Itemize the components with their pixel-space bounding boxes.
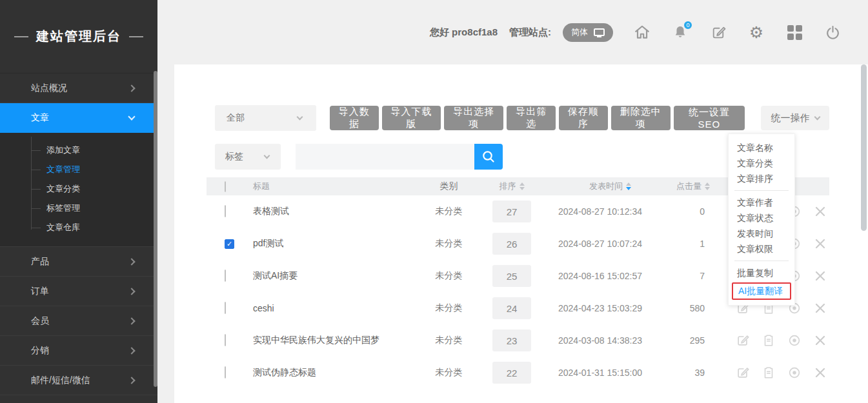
menu-item-article-name[interactable]: 文章名称	[729, 140, 794, 155]
search-button[interactable]	[474, 144, 503, 170]
unified-action-menu: 文章名称 文章分类 文章排序 文章作者 文章状态 发表时间 文章权限 批量复制 …	[728, 133, 795, 306]
sidebar-item-product[interactable]: 产品	[0, 247, 157, 277]
sort-asc-icon[interactable]	[520, 182, 525, 186]
article-category: 未分类	[418, 367, 479, 378]
logout-power-icon[interactable]	[824, 24, 841, 41]
menu-item-article-category[interactable]: 文章分类	[729, 155, 794, 171]
menu-item-ai-batch-translate[interactable]: AI批量翻译	[737, 285, 790, 297]
view-eye-icon[interactable]	[787, 366, 802, 380]
select-all-checkbox[interactable]	[225, 181, 226, 192]
order-value[interactable]: 27	[492, 201, 531, 222]
notifications-bell-icon[interactable]: 0	[672, 24, 689, 41]
order-value[interactable]: 26	[492, 233, 531, 255]
sidebar-item-order[interactable]: 订单	[0, 277, 157, 306]
sort-asc-icon[interactable]	[705, 182, 710, 186]
sort-order-control[interactable]	[520, 182, 525, 190]
settings-gear-icon[interactable]: ⚙	[748, 24, 765, 41]
publish-time: 2024-08-16 15:02:57	[544, 271, 676, 281]
import-data-button[interactable]: 导入数据	[330, 106, 379, 130]
copy-icon[interactable]	[762, 366, 776, 380]
article-title[interactable]: ceshi	[237, 303, 418, 313]
sort-publish-time-control[interactable]	[626, 182, 631, 190]
click-count: 580	[676, 303, 736, 313]
export-selected-button[interactable]: 导出选择项	[444, 106, 503, 130]
delete-x-icon[interactable]	[813, 301, 827, 315]
import-download-button[interactable]: 导入下载版	[382, 106, 441, 130]
publish-time: 2024-01-31 15:15:00	[544, 368, 676, 378]
publish-time: 2024-03-08 14:38:23	[544, 335, 676, 346]
row-checkbox-checked[interactable]: ✓	[225, 239, 234, 249]
article-title[interactable]: 表格测试	[237, 206, 418, 217]
sidebar-item-member[interactable]: 会员	[0, 306, 157, 336]
save-order-button[interactable]: 保存顺序	[559, 106, 608, 130]
row-checkbox[interactable]	[225, 205, 226, 217]
article-title[interactable]: pdf测试	[237, 238, 418, 250]
sidebar: 建站管理后台 站点概况 文章 添加文章 文章管理 文章分类 标签管理 文章仓库 …	[0, 0, 157, 403]
header-publish-time: 发表时间	[589, 181, 623, 192]
main-scrollbar[interactable]	[861, 64, 867, 231]
row-checkbox[interactable]	[225, 302, 226, 314]
edit-icon[interactable]	[710, 24, 727, 41]
menu-item-article-permission[interactable]: 文章权限	[729, 241, 794, 257]
row-checkbox[interactable]	[225, 366, 226, 378]
delete-x-icon[interactable]	[813, 333, 827, 348]
delete-selected-button[interactable]: 删除选中项	[611, 106, 671, 130]
article-title[interactable]: 测试AI摘要	[237, 270, 418, 282]
export-filtered-button[interactable]: 导出筛选	[507, 106, 556, 130]
sidebar-item-overview[interactable]: 站点概况	[0, 74, 157, 103]
click-count: 7	[676, 271, 736, 281]
sidebar-item-messaging[interactable]: 邮件/短信/微信	[0, 366, 157, 395]
logo-dash-left	[14, 36, 28, 37]
menu-item-article-order[interactable]: 文章排序	[729, 171, 794, 186]
unified-action-dropdown[interactable]: 统一操作	[761, 106, 829, 130]
submenu-item-article-category[interactable]: 文章分类	[0, 179, 157, 199]
delete-x-icon[interactable]	[813, 204, 827, 219]
chevron-down-icon	[814, 113, 820, 120]
highlight-box: AI批量翻译	[732, 282, 791, 300]
delete-x-icon[interactable]	[813, 269, 827, 283]
submenu-item-article-warehouse[interactable]: 文章仓库	[0, 218, 157, 237]
menu-item-publish-time[interactable]: 发表时间	[729, 226, 794, 241]
order-value[interactable]: 23	[492, 329, 531, 351]
article-title[interactable]: 实现中华民族伟大复兴的中国梦	[237, 335, 418, 346]
sidebar-item-label: 邮件/短信/微信	[31, 375, 90, 386]
delete-x-icon[interactable]	[813, 237, 827, 251]
submenu-item-add-article[interactable]: 添加文章	[0, 141, 157, 160]
home-icon[interactable]	[634, 24, 651, 41]
header-clicks: 点击量	[676, 181, 701, 192]
view-eye-icon[interactable]	[787, 333, 802, 348]
row-checkbox[interactable]	[225, 270, 226, 282]
category-filter-select[interactable]: 全部	[215, 105, 316, 131]
row-checkbox[interactable]	[225, 334, 226, 346]
tag-filter-select[interactable]: 标签	[215, 144, 281, 170]
article-title[interactable]: 测试伪静态标题	[237, 367, 418, 378]
order-value[interactable]: 22	[492, 362, 531, 384]
order-value[interactable]: 25	[492, 265, 531, 287]
header-category: 类别	[418, 181, 479, 192]
delete-x-icon[interactable]	[813, 366, 827, 380]
menu-item-article-status[interactable]: 文章状态	[729, 210, 794, 226]
language-toggle[interactable]: 简体	[563, 23, 613, 42]
order-value[interactable]: 24	[492, 297, 531, 319]
sort-asc-icon[interactable]	[626, 182, 631, 186]
sort-desc-icon[interactable]	[520, 187, 525, 190]
logo-dash-right	[129, 36, 143, 37]
menu-item-batch-copy[interactable]: 批量复制	[729, 265, 794, 280]
edit-icon[interactable]	[736, 333, 750, 348]
sidebar-item-distribution[interactable]: 分销	[0, 336, 157, 366]
copy-icon[interactable]	[762, 333, 776, 348]
monitor-icon	[594, 28, 605, 36]
sort-desc-icon-active[interactable]	[626, 187, 631, 190]
apps-grid-icon[interactable]	[786, 24, 803, 41]
sort-desc-icon[interactable]	[705, 187, 710, 190]
menu-divider	[734, 190, 789, 191]
search-input[interactable]	[296, 144, 474, 170]
edit-icon[interactable]	[736, 366, 750, 380]
submenu-item-article-manage[interactable]: 文章管理	[0, 160, 157, 179]
submenu-item-tag-manage[interactable]: 标签管理	[0, 199, 157, 218]
sort-clicks-control[interactable]	[705, 182, 710, 190]
sidebar-scrollbar[interactable]	[154, 71, 157, 387]
unified-seo-button[interactable]: 统一设置SEO	[674, 106, 745, 130]
menu-item-article-author[interactable]: 文章作者	[729, 195, 794, 210]
sidebar-item-article[interactable]: 文章	[0, 103, 157, 133]
